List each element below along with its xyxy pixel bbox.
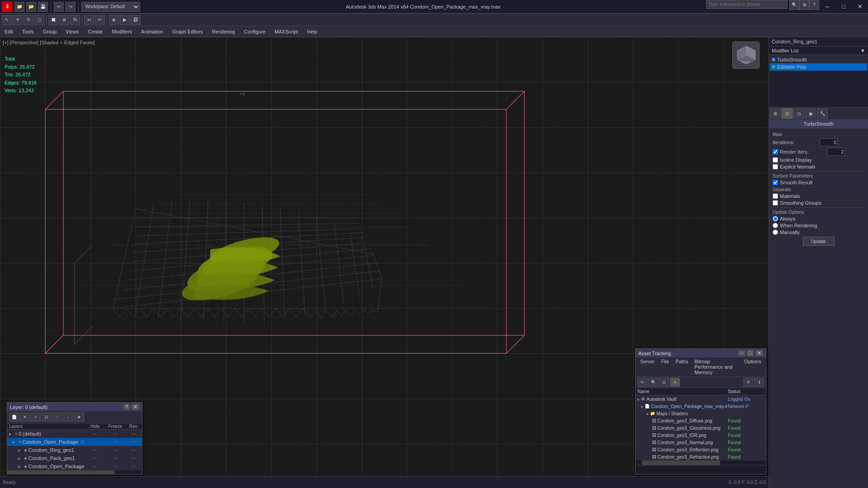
asset-row-glossiness[interactable]: 🖼 Condom_geo3_Glossiness.png Found [636, 424, 766, 432]
layer-2-expand[interactable]: ▸ [18, 447, 23, 453]
ts-update-btn[interactable]: Update [803, 237, 835, 246]
ts-render-iters-input[interactable] [827, 148, 845, 156]
layer-close-btn[interactable]: ✕ [132, 404, 139, 410]
asset-tb-info[interactable]: ℹ [754, 378, 764, 387]
menu-group[interactable]: Group [38, 26, 61, 37]
asset-menu-bitmap[interactable]: Bitmap Performance and Memory [692, 358, 741, 375]
new-btn[interactable]: 📁 [14, 2, 24, 12]
ts-explicit-check[interactable] [773, 164, 778, 169]
ts-render-iters-check[interactable] [773, 149, 778, 155]
ts-smoothing-check[interactable] [773, 200, 778, 206]
tool-align[interactable]: ⊨ [95, 15, 105, 25]
layer-row-2[interactable]: ▸ ◈ Condom_Ring_geo1 — — — [7, 446, 142, 454]
asset-vault-expand[interactable]: ▸ [637, 397, 640, 402]
asset-minimize-btn[interactable]: ─ [738, 350, 745, 356]
layer-delete-btn[interactable]: ✕ [20, 413, 30, 422]
ts-smooth-check[interactable] [773, 180, 778, 185]
layer-row-0[interactable]: ▸ ≡ 0 (default) — — — [7, 430, 142, 438]
tool-move[interactable]: ✛ [13, 15, 23, 25]
close-btn[interactable]: ✕ [852, 0, 868, 14]
modifier-editable-poly[interactable]: Editable Poly [770, 63, 867, 70]
search-btn[interactable]: 🔍 [789, 0, 799, 10]
panel-icon-modify[interactable]: ⊟ [782, 108, 793, 118]
tool-snap[interactable]: 🔲 [48, 15, 58, 25]
asset-tb-filter[interactable]: ⊡ [659, 378, 669, 387]
help-btn[interactable]: ? [809, 0, 819, 10]
workspace-select[interactable]: Workspace: Default [81, 2, 140, 12]
viewport-nav[interactable]: Front [732, 42, 764, 73]
menu-modifiers[interactable]: Modifiers [107, 26, 137, 37]
asset-close-btn[interactable]: ✕ [755, 350, 763, 356]
layer-0-expand[interactable]: ▸ [9, 431, 14, 437]
layer-highlight-btn[interactable]: ★ [74, 413, 84, 422]
tool-angle-snap[interactable]: ⊕ [59, 15, 69, 25]
menu-graph-editors[interactable]: Graph Editors [168, 26, 208, 37]
tool-render[interactable]: ▶ [120, 15, 130, 25]
tool-select[interactable]: ↖ [2, 15, 12, 25]
tool-mirror[interactable]: ⇔ [84, 15, 94, 25]
search-input[interactable] [706, 0, 788, 9]
menu-animation[interactable]: Animation [137, 26, 168, 37]
menu-configure[interactable]: Configure [240, 26, 270, 37]
asset-row-maxfile[interactable]: ▸ 📄 Condom_Open_Package_max_vray.max Net… [636, 403, 766, 410]
layer-help-btn[interactable]: ? [123, 404, 130, 410]
ts-manually-radio[interactable] [773, 230, 778, 235]
asset-row-normal[interactable]: 🖼 Condom_geo3_Normal.png Found [636, 439, 766, 446]
modifier-turbosmooth[interactable]: TurboSmooth [770, 56, 867, 63]
asset-tb-list[interactable]: ≡ [670, 378, 680, 387]
tool-scale[interactable]: ⬡ [34, 15, 44, 25]
open-btn[interactable]: 📂 [26, 2, 36, 12]
ts-always-radio[interactable] [773, 216, 778, 221]
asset-maxfile-expand[interactable]: ▸ [641, 404, 643, 409]
asset-row-maps[interactable]: ▸ 📁 Maps / Shaders [636, 410, 766, 417]
asset-row-diffuse[interactable]: 🖼 Condom_geo3_Diffuse.png Found [636, 417, 766, 424]
asset-menu-paths[interactable]: Paths [673, 358, 691, 375]
layer-1-expand[interactable]: ▸ [13, 439, 17, 445]
tool-rotate[interactable]: ↻ [24, 15, 33, 25]
layer-move-btn[interactable]: ↑ [52, 413, 62, 422]
asset-hscroll-thumb[interactable] [642, 460, 720, 465]
layer-scrollbar[interactable] [7, 470, 142, 474]
asset-hscroll[interactable] [636, 460, 766, 465]
undo-btn[interactable]: ↩ [54, 2, 64, 12]
menu-rendering[interactable]: Rendering [208, 26, 240, 37]
ts-materials-check[interactable] [773, 193, 778, 199]
asset-row-reflection[interactable]: 🖼 Condom_geo3_Reflection.png Found [636, 446, 766, 453]
layer-select-btn[interactable]: ⊡ [42, 413, 52, 422]
menu-views[interactable]: Views [61, 26, 83, 37]
tool-material[interactable]: ◈ [109, 15, 119, 25]
layer-3-expand[interactable]: ▸ [18, 455, 23, 461]
tool-render-frame[interactable]: 🖼 [131, 15, 141, 25]
tool-percent-snap[interactable]: % [70, 15, 80, 25]
panel-icon-utilities[interactable]: 🔧 [817, 108, 828, 118]
asset-row-vault[interactable]: ▸ 🏛 Autodesk Vault Logged Ou [636, 395, 766, 403]
ts-iterations-input[interactable] [820, 138, 838, 146]
menu-help[interactable]: Help [302, 26, 322, 37]
layer-new-btn[interactable]: 📄 [9, 413, 19, 422]
maximize-btn[interactable]: □ [835, 0, 852, 14]
search-options-btn[interactable]: ⚙ [799, 0, 809, 10]
ts-when-rendering-radio[interactable] [773, 223, 778, 228]
menu-edit[interactable]: Edit [0, 26, 18, 37]
ts-isoline-check[interactable] [773, 157, 778, 163]
layer-row-3[interactable]: ▸ ◈ Condom_Pack_geo1 — — — [7, 454, 142, 462]
layer-move-down-btn[interactable]: ↓ [63, 413, 73, 422]
layer-4-expand[interactable]: ▸ [18, 464, 23, 469]
modifier-list-dropdown[interactable]: ▼ [860, 48, 865, 53]
panel-icon-display[interactable]: ◉ [805, 108, 816, 118]
menu-create[interactable]: Create [83, 26, 107, 37]
layer-row-1[interactable]: ▸ ≡ Condom_Open_Package □ — — [7, 438, 142, 446]
layer-row-4[interactable]: ▸ ◈ Condom_Open_Package — — — [7, 462, 142, 470]
asset-menu-file[interactable]: File [658, 358, 672, 375]
asset-menu-server[interactable]: Server [637, 358, 657, 375]
asset-row-ior[interactable]: 🖼 Condom_geo3_IOR.png Found [636, 432, 766, 439]
panel-icon-hierarchy[interactable]: ⊞ [770, 108, 781, 118]
asset-tb-refresh[interactable]: ↺ [743, 378, 753, 387]
menu-tools[interactable]: Tools [18, 26, 38, 37]
minimize-btn[interactable]: ─ [819, 0, 835, 14]
nav-cube[interactable]: Front [732, 42, 760, 69]
menu-maxscript[interactable]: MAXScript [270, 26, 302, 37]
asset-row-refraction[interactable]: 🖼 Condom_geo3_Refraction.png Found [636, 453, 766, 460]
asset-restore-btn[interactable]: □ [747, 350, 754, 356]
layer-scrollbar-thumb[interactable] [7, 470, 115, 474]
